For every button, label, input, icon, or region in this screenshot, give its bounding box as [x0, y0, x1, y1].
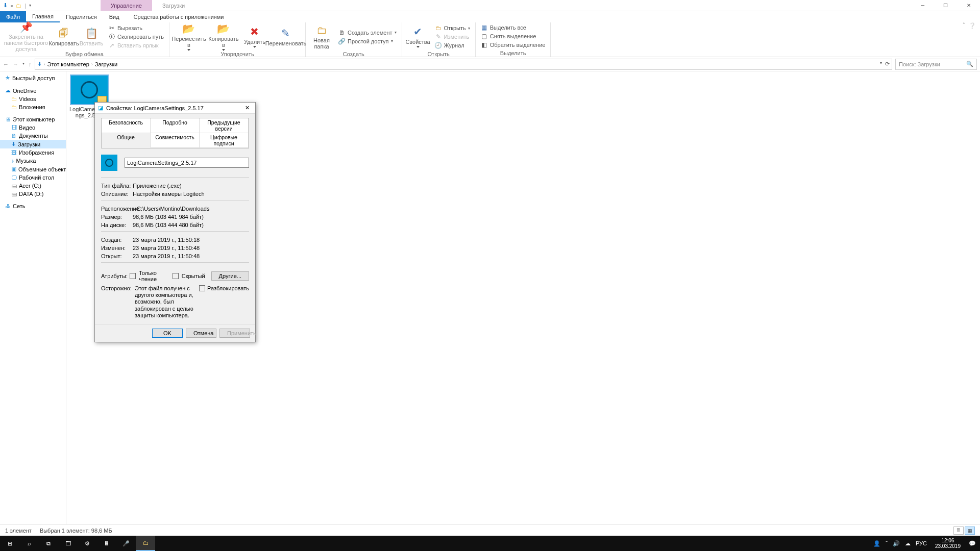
back-button[interactable]: ← [3, 61, 9, 67]
video-icon: 🎞 [11, 124, 17, 131]
tree-onedrive[interactable]: ☁OneDrive [0, 86, 66, 95]
dialog-titlebar[interactable]: ◪ Свойства: LogiCameraSettings_2.5.17 ✕ [95, 103, 255, 114]
taskbar-settings[interactable]: ⚙ [78, 536, 97, 551]
ok-button[interactable]: OK [152, 329, 183, 338]
dialog-close-button[interactable]: ✕ [242, 105, 252, 111]
tree-desktop[interactable]: 🖵Рабочий стол [0, 173, 66, 182]
contextual-tab-manage[interactable]: Управление [101, 0, 152, 11]
tree-quick-access[interactable]: ★Быстрый доступ [0, 73, 66, 82]
move-to-button[interactable]: 📂 Переместить в [173, 22, 205, 51]
tab-view[interactable]: Вид [103, 11, 126, 22]
select-none-button[interactable]: ▢Снять выделение [479, 32, 548, 40]
help-icon[interactable]: ❔ [969, 22, 976, 29]
refresh-button[interactable]: ⟳ [885, 61, 890, 67]
readonly-checkbox[interactable] [130, 273, 136, 279]
view-details-button[interactable]: ≣ [953, 527, 964, 535]
close-button[interactable]: ✕ [957, 0, 980, 11]
tab-file[interactable]: Файл [0, 11, 26, 22]
taskbar-clock[interactable]: 12:06 23.03.2019 [932, 538, 964, 549]
tray-language[interactable]: РУС [916, 540, 927, 546]
tree-downloads[interactable]: ⬇Загрузки [0, 140, 66, 148]
start-button[interactable]: ⊞ [0, 536, 19, 551]
tab-home[interactable]: Главная [26, 11, 60, 22]
open-button[interactable]: 🗀Открыть ▾ [433, 24, 472, 32]
tree-this-pc[interactable]: 🖥Этот компьютер [0, 115, 66, 123]
camera-icon [81, 81, 98, 98]
qat-folder-icon[interactable]: 🗀 [16, 3, 21, 9]
pin-quickaccess-button[interactable]: 📌 Закрепить на панели быстрого доступа [3, 22, 49, 51]
delete-button[interactable]: ✖ Удалить [242, 22, 267, 51]
tree-video[interactable]: 🎞Видео [0, 123, 66, 132]
tab-general[interactable]: Общие [102, 133, 151, 148]
unblock-checkbox[interactable] [199, 285, 205, 291]
tray-chevron-icon[interactable]: ˆ [886, 540, 888, 546]
task-view-button[interactable]: ⧉ [39, 536, 58, 551]
new-folder-button[interactable]: 🗀 Новая папка [309, 22, 334, 51]
taskbar-mic[interactable]: 🎤 [116, 536, 136, 551]
apply-button[interactable]: Применить [219, 329, 250, 338]
tree-onedrive-videos[interactable]: 🗀Videos [0, 95, 66, 103]
tab-security[interactable]: Безопасность [102, 118, 151, 133]
cut-button[interactable]: ✂Вырезать [106, 24, 166, 32]
pictures-icon: 🖼 [11, 149, 17, 156]
maximize-button[interactable]: ☐ [934, 0, 957, 11]
value-modified: 23 марта 2019 г., 11:50:48 [133, 245, 249, 251]
up-button[interactable]: ↑ [29, 61, 32, 67]
qat-dropdown-icon[interactable]: ▾ [29, 3, 31, 8]
search-input[interactable]: Поиск: Загрузки 🔍 [895, 59, 977, 70]
tab-apptools[interactable]: Средства работы с приложениями [126, 11, 232, 22]
other-attributes-button[interactable]: Другие... [211, 271, 249, 281]
tray-volume-icon[interactable]: 🔊 [893, 540, 900, 547]
copy-button[interactable]: 🗐 Копировать [51, 22, 77, 51]
history-button[interactable]: 🕘Журнал [433, 41, 472, 49]
tab-share[interactable]: Поделиться [60, 11, 103, 22]
paste-shortcut-button[interactable]: ↗Вставить ярлык [106, 41, 166, 49]
view-large-icons-button[interactable]: ▦ [965, 527, 975, 535]
tab-details[interactable]: Подробно [151, 118, 200, 133]
breadcrumb-this-pc[interactable]: Этот компьютер [47, 61, 89, 67]
tree-music[interactable]: ♪Музыка [0, 157, 66, 165]
tab-previous-versions[interactable]: Предыдущие версии [200, 118, 249, 133]
select-all-button[interactable]: ▦Выделить все [479, 23, 548, 32]
ribbon-collapse-icon[interactable]: ˆ [963, 22, 965, 28]
rename-button[interactable]: ✎ Переименовать [270, 22, 302, 51]
tab-compatibility[interactable]: Совместимость [151, 133, 200, 148]
recent-dropdown[interactable]: ▾ [22, 61, 24, 67]
tree-pictures[interactable]: 🖼Изображения [0, 148, 66, 157]
tray-onedrive-icon[interactable]: ☁ [905, 540, 911, 547]
address-bar[interactable]: ⬇ › Этот компьютер › Загрузки ▾ ⟳ [35, 59, 893, 70]
tab-digital-signatures[interactable]: Цифровые подписи [200, 133, 249, 148]
paste-button[interactable]: 📋 Вставить [79, 22, 104, 51]
tree-network[interactable]: 🖧Сеть [0, 202, 66, 210]
dialog-title: Свойства: LogiCameraSettings_2.5.17 [106, 105, 204, 111]
invert-selection-button[interactable]: ◧Обратить выделение [479, 41, 548, 49]
search-button[interactable]: ⌕ [19, 536, 39, 551]
tree-data-d[interactable]: 🖴DATA (D:) [0, 190, 66, 198]
copy-path-button[interactable]: 🛈Скопировать путь [106, 33, 166, 41]
tree-3d-objects[interactable]: ▣Объемные объекты [0, 165, 66, 173]
tree-acer-c[interactable]: 🖴Acer (C:) [0, 182, 66, 190]
filename-input[interactable] [125, 158, 249, 168]
address-dropdown-icon[interactable]: ▾ [880, 61, 882, 67]
value-description: Настройки камеры Logitech [133, 191, 249, 197]
qat-properties-icon[interactable]: ▫ [11, 3, 13, 9]
new-item-button[interactable]: 🗎Создать элемент ▾ [336, 29, 399, 37]
breadcrumb-downloads[interactable]: Загрузки [95, 61, 117, 67]
hidden-checkbox[interactable] [173, 273, 179, 279]
taskbar-app[interactable]: 🗔 [58, 536, 78, 551]
select-none-icon: ▢ [481, 33, 488, 40]
tree-onedrive-attachments[interactable]: 🗀Вложения [0, 103, 66, 111]
edit-button[interactable]: ✎Изменить [433, 33, 472, 41]
forward-button[interactable]: → [13, 61, 18, 67]
people-icon[interactable]: 👤 [873, 540, 880, 547]
navigation-tree[interactable]: ★Быстрый доступ ☁OneDrive 🗀Videos 🗀Вложе… [0, 71, 66, 530]
action-center-icon[interactable]: 💬 [969, 540, 976, 547]
copy-to-button[interactable]: 📂 Копировать в [207, 22, 240, 51]
taskbar-calculator[interactable]: 🖩 [97, 536, 116, 551]
easy-access-button[interactable]: 🔗Простой доступ ▾ [336, 37, 399, 45]
properties-button[interactable]: ✔ Свойства [405, 22, 431, 51]
taskbar-explorer[interactable]: 🗀 [136, 536, 155, 551]
tree-documents[interactable]: 🗎Документы [0, 132, 66, 140]
cancel-button[interactable]: Отмена [186, 329, 216, 338]
minimize-button[interactable]: ─ [911, 0, 934, 11]
